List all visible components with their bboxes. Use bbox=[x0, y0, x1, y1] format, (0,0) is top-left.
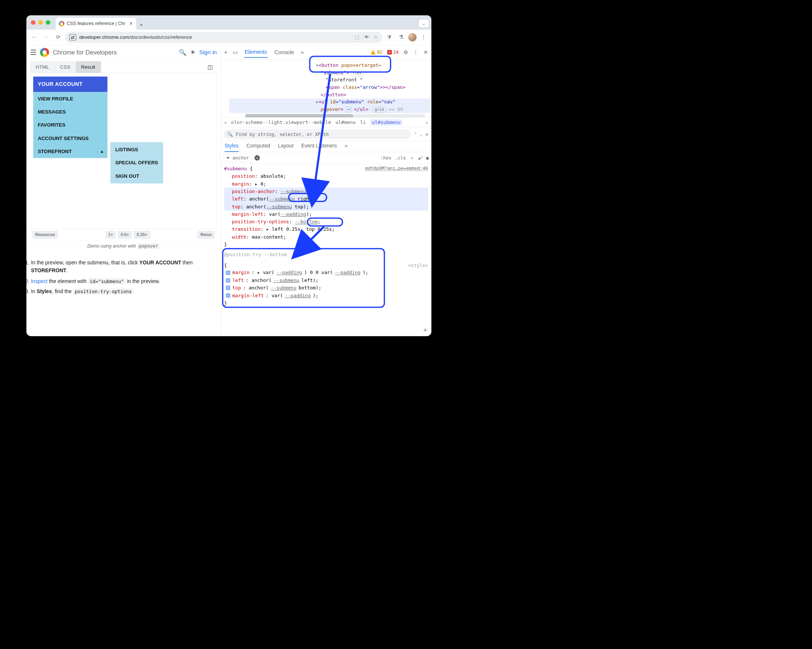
dom-horizontal-scrollbar[interactable] bbox=[245, 114, 426, 118]
url-text: developer.chrome.com/docs/devtools/css/r… bbox=[79, 34, 192, 40]
tab-elements[interactable]: Elements bbox=[244, 47, 268, 58]
zoom-1x-button[interactable]: 1× bbox=[105, 231, 116, 239]
crumb-scroll-right-icon[interactable]: ▸ bbox=[426, 120, 429, 125]
kebab-menu-icon[interactable]: ⋮ bbox=[413, 49, 418, 55]
labs-icon[interactable]: ⚗ bbox=[396, 32, 406, 42]
profile-avatar[interactable] bbox=[408, 33, 417, 41]
property-checkbox[interactable]: ✓ bbox=[226, 278, 230, 283]
submenu-item[interactable]: FAVORITES bbox=[33, 118, 107, 132]
popover-item[interactable]: SIGN OUT bbox=[110, 170, 163, 182]
property-checkbox[interactable]: ✓ bbox=[226, 293, 230, 298]
search-icon[interactable]: 🔍 bbox=[179, 49, 186, 56]
submenu-item-storefront[interactable]: STOREFRONT ▴ bbox=[33, 145, 107, 158]
property-checkbox[interactable]: ✓ bbox=[226, 270, 230, 275]
styles-filter-input[interactable]: ⏷ anchor bbox=[223, 154, 252, 162]
extensions-icon[interactable]: ⧩ bbox=[385, 32, 394, 42]
close-devtools-icon[interactable]: ✕ bbox=[424, 49, 428, 55]
more-subtabs-icon[interactable]: » bbox=[345, 142, 348, 152]
chrome-favicon-icon bbox=[59, 21, 64, 26]
window-maximize-button[interactable] bbox=[46, 20, 50, 24]
zoom-025x-button[interactable]: 0.25× bbox=[134, 231, 150, 239]
flex-badge[interactable]: flex bbox=[350, 70, 364, 76]
subtab-computed[interactable]: Computed bbox=[246, 142, 270, 152]
resources-button[interactable]: Resources bbox=[32, 231, 58, 239]
ellipsis-badge[interactable]: ⋯ bbox=[346, 106, 351, 112]
embed-tab-css[interactable]: CSS bbox=[55, 61, 76, 73]
rerun-button[interactable]: Rerun bbox=[198, 231, 215, 239]
address-bar[interactable]: ⇄ developer.chrome.com/docs/devtools/css… bbox=[65, 32, 383, 43]
browser-tab[interactable]: CSS features reference | Chr ✕ bbox=[56, 18, 136, 30]
inspect-link[interactable]: Inspect bbox=[31, 278, 48, 284]
codepen-logo-icon[interactable]: ◫ bbox=[206, 62, 215, 71]
eye-off-icon[interactable]: 👁︎ bbox=[364, 34, 369, 40]
find-close-icon[interactable]: ✕ bbox=[426, 131, 428, 137]
tab-console[interactable]: Console bbox=[273, 47, 295, 58]
install-app-icon[interactable]: ⬚ bbox=[355, 34, 360, 40]
crumb-item[interactable]: ul#menu bbox=[336, 120, 356, 125]
window-minimize-button[interactable] bbox=[38, 20, 43, 24]
window-close-button[interactable] bbox=[31, 20, 35, 24]
property-checkbox[interactable]: ✓ bbox=[226, 286, 230, 290]
tabs-menu-button[interactable]: ⌄ bbox=[419, 20, 429, 28]
brush-icon[interactable]: 🖌 bbox=[418, 155, 423, 161]
zoom-05x-button[interactable]: 0.5× bbox=[118, 231, 132, 239]
hov-toggle[interactable]: :hov bbox=[380, 155, 391, 161]
dom-breadcrumb[interactable]: ◂ olor-scheme--light.viewport--mobile ul… bbox=[221, 117, 431, 127]
find-prev-icon[interactable]: ⌃ bbox=[414, 131, 417, 137]
add-rule-icon[interactable]: ＋ bbox=[422, 325, 428, 335]
crumb-item[interactable]: li bbox=[360, 120, 366, 125]
warnings-badge[interactable]: 92 bbox=[371, 49, 382, 55]
error-square-icon bbox=[387, 50, 392, 55]
submenu-item[interactable]: VIEW PROFILE bbox=[33, 92, 107, 105]
errors-badge[interactable]: 24 bbox=[387, 49, 398, 55]
rule-source-link[interactable]: mdYdpOM?ani…pe=embed:46 bbox=[365, 165, 428, 172]
style-tag-link[interactable]: <style> bbox=[408, 262, 428, 269]
theme-toggle-icon[interactable]: ☀ bbox=[190, 49, 195, 56]
subtab-styles[interactable]: Styles bbox=[224, 142, 239, 152]
browser-toolbar: ← → ⟳ ⇄ developer.chrome.com/docs/devtoo… bbox=[26, 30, 431, 45]
codepen-embed: HTML CSS Result ◫ YOUR ACCOUNT VIEW PROF… bbox=[30, 61, 217, 241]
subtab-layout[interactable]: Layout bbox=[278, 142, 293, 152]
nav-back-button[interactable]: ← bbox=[29, 32, 39, 42]
popover-item[interactable]: SPECIAL OFFERS bbox=[110, 156, 163, 169]
box-model-icon[interactable]: ▣ bbox=[426, 155, 429, 161]
css-rules-pane[interactable]: mdYdpOM?ani…pe=embed:46 #submenu { posit… bbox=[221, 164, 431, 336]
subtab-event-listeners[interactable]: Event Listeners bbox=[301, 142, 337, 152]
new-tab-button[interactable]: + bbox=[136, 20, 147, 30]
site-brand: Chrome for Developers bbox=[53, 49, 116, 56]
more-tabs-icon[interactable]: » bbox=[301, 49, 304, 55]
crumb-item-selected[interactable]: ul#submenu bbox=[370, 119, 402, 126]
nav-reload-button[interactable]: ⟳ bbox=[53, 32, 63, 42]
sign-in-link[interactable]: Sign in bbox=[199, 49, 217, 56]
popover-item[interactable]: LISTINGS bbox=[110, 143, 163, 156]
browser-menu-icon[interactable]: ⋮ bbox=[419, 32, 429, 42]
devtools-panel: ⌖ ▭ Elements Console » 92 24 ⚙ ⋮ ✕ ▾<but… bbox=[221, 45, 431, 336]
nav-forward-button[interactable]: → bbox=[41, 32, 52, 42]
grid-badge[interactable]: grid bbox=[372, 107, 386, 113]
bookmark-star-icon[interactable]: ☆ bbox=[374, 34, 378, 40]
embed-tab-result[interactable]: Result bbox=[76, 61, 101, 73]
embed-tab-html[interactable]: HTML bbox=[30, 61, 55, 73]
warning-triangle-icon bbox=[371, 50, 375, 55]
filter-clear-icon[interactable]: ✕ bbox=[255, 155, 260, 160]
gear-icon[interactable]: ⚙ bbox=[403, 49, 408, 55]
find-input[interactable]: 🔍 Find by string, selector, or XPath bbox=[223, 129, 411, 139]
find-bar: 🔍 Find by string, selector, or XPath ⌃ ⌄… bbox=[221, 127, 431, 141]
dom-tree[interactable]: ▾<button popovertarget= "submenu">flex "… bbox=[221, 60, 431, 118]
submenu-item[interactable]: MESSAGES bbox=[33, 105, 107, 118]
new-style-rule-icon[interactable]: ＋ bbox=[410, 155, 414, 161]
chevron-up-icon: ▴ bbox=[101, 148, 103, 154]
cls-toggle[interactable]: .cls bbox=[395, 155, 406, 161]
search-icon: 🔍 bbox=[227, 132, 233, 137]
inspect-element-icon[interactable]: ⌖ bbox=[224, 49, 227, 55]
device-toolbar-icon[interactable]: ▭ bbox=[233, 49, 238, 55]
crumb-item[interactable]: olor-scheme--light.viewport--mobile bbox=[231, 120, 331, 125]
list-item: Inspect the element with id="submenu" in… bbox=[31, 277, 216, 285]
site-settings-icon[interactable]: ⇄ bbox=[69, 34, 76, 40]
hamburger-menu-icon[interactable]: ☰ bbox=[30, 48, 37, 57]
submenu-item[interactable]: ACCOUNT SETTINGS bbox=[33, 132, 107, 145]
find-next-icon[interactable]: ⌄ bbox=[420, 131, 423, 137]
crumb-scroll-left-icon[interactable]: ◂ bbox=[223, 120, 226, 125]
tab-close-icon[interactable]: ✕ bbox=[129, 21, 133, 26]
your-account-button[interactable]: YOUR ACCOUNT bbox=[33, 77, 107, 92]
